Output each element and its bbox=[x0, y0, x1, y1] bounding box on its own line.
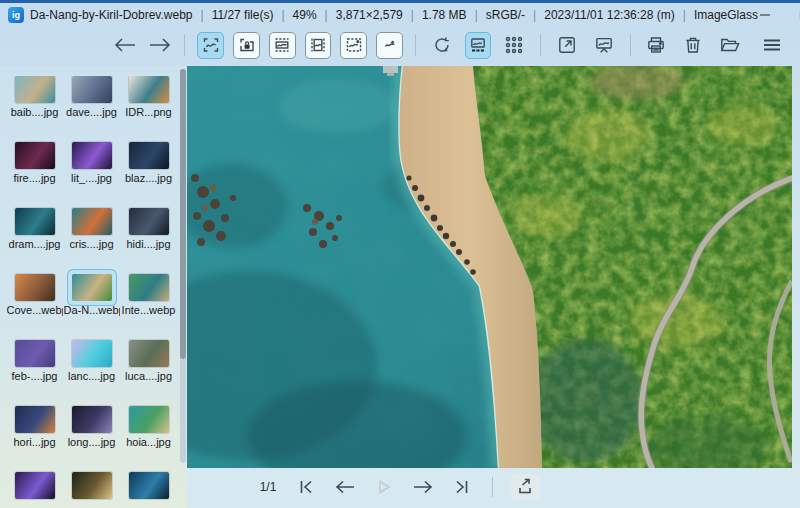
thumbnail-filename: fire....jpg bbox=[7, 172, 63, 184]
scale-to-fit-icon bbox=[345, 36, 363, 54]
print-icon bbox=[646, 35, 666, 55]
open-file-button[interactable] bbox=[716, 32, 744, 59]
thumbnail-image[interactable] bbox=[129, 406, 169, 433]
gallery-scrollbar-thumb[interactable] bbox=[180, 69, 186, 359]
title-app-name: ImageGlass bbox=[694, 8, 758, 22]
thumbnail-image[interactable] bbox=[129, 76, 169, 103]
thumbnail-image[interactable] bbox=[129, 340, 169, 367]
gallery-item[interactable]: Da-N...webp bbox=[64, 274, 120, 322]
thumbnail-image[interactable] bbox=[72, 76, 112, 103]
thumbnail-bar-button[interactable] bbox=[465, 32, 492, 59]
hamburger-menu-icon bbox=[761, 36, 783, 54]
checkerboard-button[interactable] bbox=[500, 32, 528, 59]
auto-zoom-button[interactable] bbox=[197, 32, 224, 59]
thumbnail-bar-icon bbox=[469, 36, 487, 54]
minimize-button[interactable] bbox=[758, 8, 772, 22]
auto-zoom-icon bbox=[202, 36, 220, 54]
forward-button[interactable] bbox=[147, 33, 173, 57]
thumbnail-filename: dave....jpg bbox=[64, 106, 120, 118]
scale-to-fill-button[interactable] bbox=[376, 32, 403, 59]
gallery-item[interactable]: hoia...jpg bbox=[121, 406, 177, 454]
thumbnail-image[interactable] bbox=[15, 406, 55, 433]
gallery-item[interactable]: baib....jpg bbox=[7, 76, 63, 124]
gallery-item[interactable]: IDR...png bbox=[121, 76, 177, 124]
delete-button[interactable] bbox=[679, 32, 707, 59]
thumbnail-image[interactable] bbox=[129, 274, 169, 301]
page-indicator: 1/1 bbox=[260, 480, 277, 494]
first-image-button[interactable] bbox=[293, 474, 319, 500]
title-dimensions: 3,871×2,579 bbox=[336, 8, 403, 22]
gallery-item[interactable]: hori...jpg bbox=[7, 406, 63, 454]
previous-image-button[interactable] bbox=[332, 474, 358, 500]
scale-to-height-button[interactable] bbox=[305, 32, 332, 59]
gallery-item[interactable]: luca....jpg bbox=[121, 340, 177, 388]
menu-button[interactable] bbox=[758, 32, 786, 59]
gallery-item[interactable]: lit_....jpg bbox=[64, 142, 120, 190]
slideshow-icon bbox=[594, 35, 614, 55]
share-export-button[interactable] bbox=[510, 474, 540, 500]
back-arrow-icon bbox=[113, 37, 137, 53]
thumbnail-filename: Da-N...webp bbox=[64, 304, 120, 316]
main-image[interactable] bbox=[187, 66, 792, 468]
delete-icon bbox=[683, 35, 703, 55]
thumbnail-filename: hori...jpg bbox=[7, 436, 63, 448]
play-icon bbox=[374, 478, 394, 496]
lock-zoom-button[interactable] bbox=[233, 32, 260, 59]
gallery-item[interactable]: feb-....jpg bbox=[7, 340, 63, 388]
thumbnail-image[interactable] bbox=[15, 76, 55, 103]
thumbnail-image[interactable] bbox=[15, 340, 55, 367]
gallery-item[interactable]: Inte...webp bbox=[121, 274, 177, 322]
thumbnail-image[interactable] bbox=[72, 142, 112, 169]
print-button[interactable] bbox=[643, 32, 671, 59]
scale-to-width-button[interactable] bbox=[269, 32, 296, 59]
lock-zoom-icon bbox=[238, 36, 256, 54]
last-image-button[interactable] bbox=[449, 474, 475, 500]
next-image-button[interactable] bbox=[410, 474, 436, 500]
refresh-button[interactable] bbox=[428, 32, 456, 59]
thumbnail-filename: Cove...webp bbox=[7, 304, 63, 316]
slideshow-button[interactable] bbox=[590, 32, 618, 59]
forward-arrow-icon bbox=[148, 37, 172, 53]
gallery-item[interactable]: Cove...webp bbox=[7, 274, 63, 322]
thumbnail-image[interactable] bbox=[15, 208, 55, 235]
image-viewer[interactable] bbox=[187, 66, 792, 468]
statusbar-separator bbox=[492, 477, 493, 497]
thumbnail-image[interactable] bbox=[72, 340, 112, 367]
refresh-icon bbox=[432, 35, 452, 55]
gallery-item[interactable]: dram....jpg bbox=[7, 208, 63, 256]
thumbnail-filename: Inte...webp bbox=[121, 304, 177, 316]
title-file-size: 1.78 MB bbox=[422, 8, 467, 22]
gallery-item[interactable]: fire....jpg bbox=[7, 142, 63, 190]
gallery-item[interactable]: lanc....jpg bbox=[64, 340, 120, 388]
thumbnail-filename: IDR...png bbox=[121, 106, 177, 118]
back-button[interactable] bbox=[112, 33, 138, 57]
gallery-item[interactable]: cris....jpg bbox=[64, 208, 120, 256]
title-separator: | bbox=[281, 8, 284, 22]
previous-arrow-icon bbox=[334, 478, 356, 496]
thumbnail-image[interactable] bbox=[15, 274, 55, 301]
scale-to-fit-button[interactable] bbox=[340, 32, 367, 59]
scale-to-fill-icon bbox=[381, 36, 399, 54]
play-slideshow-button[interactable] bbox=[371, 474, 397, 500]
thumbnail-image[interactable] bbox=[72, 208, 112, 235]
gallery-item[interactable]: hidi....jpg bbox=[121, 208, 177, 256]
gallery-item[interactable]: blaz....jpg bbox=[121, 142, 177, 190]
titlebar[interactable]: ig Da-Nang-by-Kiril-Dobrev.webp | 11/27 … bbox=[0, 3, 800, 27]
gallery-item[interactable]: long....jpg bbox=[64, 406, 120, 454]
title-separator: | bbox=[683, 8, 686, 22]
fullscreen-button[interactable] bbox=[553, 32, 581, 59]
title-separator: | bbox=[533, 8, 536, 22]
share-export-icon bbox=[515, 477, 535, 497]
minimize-icon bbox=[759, 9, 771, 21]
thumbnail-image[interactable] bbox=[15, 142, 55, 169]
thumbnail-filename: cris....jpg bbox=[64, 238, 120, 250]
thumbnail-filename: dram....jpg bbox=[7, 238, 63, 250]
thumbnail-filename: feb-....jpg bbox=[7, 370, 63, 382]
thumbnail-image[interactable] bbox=[129, 142, 169, 169]
last-icon bbox=[452, 478, 472, 496]
gallery-item[interactable]: dave....jpg bbox=[64, 76, 120, 124]
thumbnail-image[interactable] bbox=[72, 274, 112, 301]
thumbnail-image[interactable] bbox=[129, 208, 169, 235]
gallery-scrollbar[interactable] bbox=[180, 69, 186, 463]
thumbnail-image[interactable] bbox=[72, 406, 112, 433]
